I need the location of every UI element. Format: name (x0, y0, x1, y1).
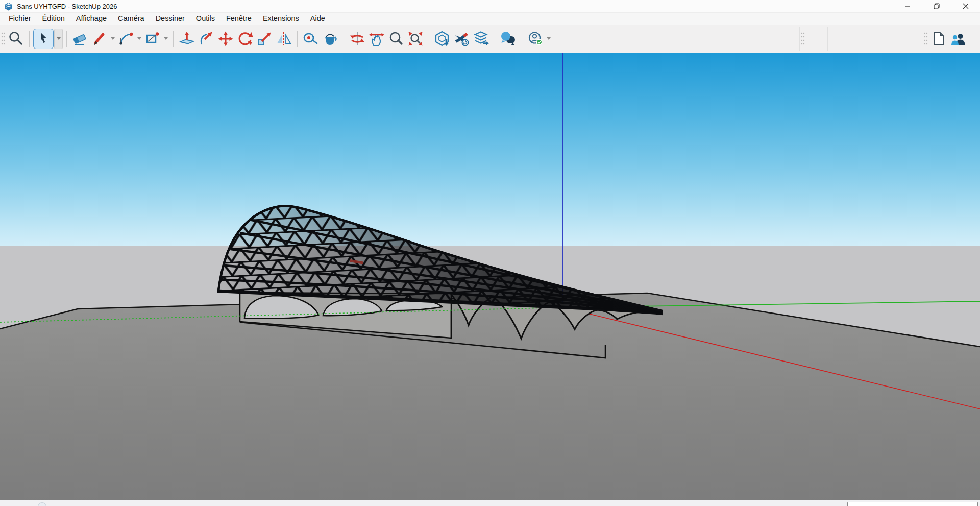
orbit-button[interactable] (348, 29, 367, 49)
paint-bucket-icon (322, 30, 339, 47)
zoom-button[interactable] (386, 29, 406, 49)
account-button[interactable] (526, 29, 545, 49)
collaborators-button[interactable] (948, 29, 968, 49)
zoom-window-button[interactable] (6, 29, 26, 49)
menu-edition[interactable]: Édition (37, 13, 70, 25)
flip-icon (275, 30, 292, 47)
extension-warehouse-button[interactable] (452, 29, 472, 49)
zoom-window-icon (7, 30, 24, 47)
move-button[interactable] (216, 29, 235, 49)
sketchup-logo-icon (4, 2, 13, 11)
follow-me-button[interactable] (197, 29, 216, 49)
minimize-icon (904, 3, 911, 9)
paint-bucket-button[interactable] (321, 29, 340, 49)
toolbar-separator (429, 31, 429, 47)
minimize-button[interactable] (893, 0, 922, 12)
tape-measure-button[interactable] (301, 29, 321, 49)
tape-measure-icon (302, 30, 320, 47)
toolbar-separator (495, 31, 495, 47)
chevron-down-icon (57, 37, 61, 40)
new-document-button[interactable] (929, 29, 948, 49)
document-icon (930, 30, 947, 47)
toolbar-separator (297, 31, 298, 47)
menu-extensions[interactable]: Extensions (257, 13, 305, 25)
rectangle-icon (144, 30, 161, 47)
window-title: Sans UYHTGFD - SketchUp 2026 (17, 3, 117, 10)
rectangle-button[interactable] (143, 29, 162, 49)
toolbar-separator (173, 31, 174, 47)
pencil-button[interactable] (90, 29, 109, 49)
menu-fichier[interactable]: Fichier (3, 13, 37, 25)
terrain (0, 293, 980, 500)
select-tool-group (33, 29, 63, 49)
person-front (951, 35, 959, 44)
zoom-extents-button[interactable] (406, 29, 425, 49)
close-icon (963, 3, 969, 9)
select-dropdown-button[interactable] (54, 29, 63, 49)
toolbar-separator (66, 31, 67, 47)
toolbar-grip[interactable] (0, 30, 6, 47)
menu-dessiner[interactable]: Dessiner (150, 13, 190, 25)
menu-affichage[interactable]: Affichage (70, 13, 112, 25)
chevron-down-icon (111, 37, 115, 40)
follow-me-icon (198, 30, 215, 47)
select-cursor-icon (36, 31, 51, 46)
arc-button[interactable] (116, 29, 136, 49)
menu-camera[interactable]: Caméra (112, 13, 150, 25)
pan-icon (368, 30, 385, 47)
push-pull-button[interactable] (177, 29, 197, 49)
account-icon (527, 30, 544, 47)
eraser-button[interactable] (70, 29, 90, 49)
toolbar-separator (522, 31, 522, 47)
toolbar-separator (344, 31, 344, 47)
share-model-icon (473, 30, 490, 47)
3d-warehouse-icon (434, 30, 451, 47)
menu-bar: Fichier Édition Affichage Caméra Dessine… (0, 13, 980, 25)
toolbar-grip[interactable] (923, 30, 929, 47)
arc-dropdown-button[interactable] (136, 29, 143, 49)
menu-outils[interactable]: Outils (190, 13, 220, 25)
main-toolbar (0, 25, 980, 53)
chevron-down-icon (547, 37, 551, 40)
zoom-icon (387, 30, 405, 47)
toolbar-divider (827, 27, 828, 51)
chat-button[interactable] (499, 29, 518, 49)
toolbar-separator (29, 31, 30, 47)
scale-icon (256, 30, 273, 47)
extension-warehouse-icon (453, 30, 471, 47)
chevron-down-icon (164, 37, 168, 40)
orbit-icon (349, 30, 366, 47)
help-icon[interactable] (38, 502, 46, 506)
rotate-icon (236, 30, 254, 47)
rectangle-dropdown-button[interactable] (162, 29, 169, 49)
toolbar-grip[interactable] (800, 30, 806, 47)
people-icon (949, 30, 967, 47)
3d-warehouse-button[interactable] (433, 29, 452, 49)
statusbar-resize-grip[interactable] (843, 501, 843, 506)
status-bar (0, 500, 980, 506)
chevron-down-icon (137, 37, 141, 40)
select-button[interactable] (33, 29, 54, 49)
move-icon (217, 30, 234, 47)
close-button[interactable] (951, 0, 980, 12)
title-bar: Sans UYHTGFD - SketchUp 2026 (0, 0, 980, 13)
rotate-button[interactable] (235, 29, 255, 49)
menu-fenetre[interactable]: Fenêtre (220, 13, 257, 25)
share-model-button[interactable] (472, 29, 491, 49)
viewport-3d[interactable] (0, 53, 980, 500)
sky (0, 53, 980, 247)
pan-button[interactable] (367, 29, 386, 49)
pencil-icon (91, 30, 108, 47)
restore-icon (934, 3, 940, 9)
scale-button[interactable] (255, 29, 274, 49)
measurements-input[interactable] (847, 502, 978, 506)
menu-aide[interactable]: Aide (305, 13, 331, 25)
restore-button[interactable] (922, 0, 951, 12)
account-dropdown-button[interactable] (545, 29, 552, 49)
chat-icon (500, 30, 517, 47)
arc-icon (117, 30, 135, 47)
pencil-dropdown-button[interactable] (109, 29, 116, 49)
eraser-icon (71, 30, 89, 47)
flip-button[interactable] (274, 29, 293, 49)
zoom-extents-icon (407, 30, 424, 47)
